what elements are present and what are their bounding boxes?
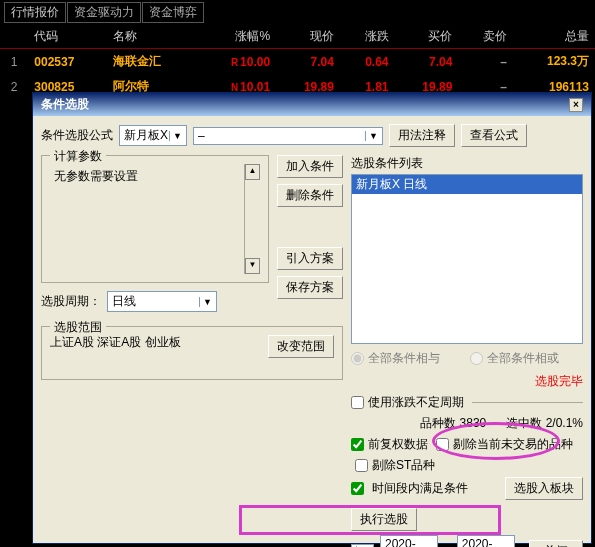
chevron-down-icon: ▼ (199, 297, 212, 307)
range-text: 上证A股 深证A股 创业板 (50, 335, 262, 351)
dialog-titlebar[interactable]: 条件选股 × (33, 93, 591, 116)
cell-idx: 2 (0, 74, 28, 99)
time-label: 时间段内满足条件 (372, 480, 468, 497)
cell-code: 002537 (28, 49, 107, 75)
range-group: 选股范围 上证A股 深证A股 创业板 改变范围 (41, 326, 343, 380)
stock-table: 代码 名称 涨幅% 现价 涨跌 买价 卖价 总量 1 002537 海联金汇 R… (0, 25, 595, 99)
tab-quotes[interactable]: 行情报价 (4, 2, 66, 23)
col-chg[interactable]: 涨幅% (198, 25, 276, 49)
view-formula-button[interactable]: 查看公式 (461, 124, 527, 147)
uncertain-period-checkbox[interactable] (351, 396, 364, 409)
cell-ask: – (458, 49, 513, 75)
calc-legend: 计算参数 (50, 148, 106, 165)
formula-sub: – (198, 129, 205, 143)
date-from-value: 2020-04-16 (385, 537, 420, 547)
cell-name: 海联金汇 (107, 49, 198, 75)
table-row[interactable]: 1 002537 海联金汇 R10.00 7.04 0.64 7.04 – 12… (0, 49, 595, 75)
cell-price: 7.04 (276, 49, 340, 75)
radio-or[interactable]: 全部条件相或 (470, 350, 559, 367)
chevron-down-icon: ▼ (365, 131, 378, 141)
prefix-n: N (231, 82, 238, 93)
col-diff[interactable]: 涨跌 (340, 25, 395, 49)
close-button[interactable]: 关闭 (529, 540, 583, 548)
st-checkbox[interactable] (355, 459, 368, 472)
execute-button[interactable]: 执行选股 (351, 508, 417, 531)
st-label: 剔除ST品种 (372, 457, 435, 474)
selected-label: 选中数 2/0.1% (506, 415, 583, 432)
col-price[interactable]: 现价 (276, 25, 340, 49)
fq-checkbox[interactable] (351, 438, 364, 451)
uncertain-period-label: 使用涨跌不定周期 (368, 394, 464, 411)
date-to-value: 2020-04-16 (462, 537, 497, 547)
save-scheme-button[interactable]: 保存方案 (277, 276, 343, 299)
chevron-down-icon: ▼ (169, 131, 182, 141)
import-scheme-button[interactable]: 引入方案 (277, 247, 343, 270)
cell-bid: 7.04 (395, 49, 459, 75)
radio-or-input[interactable] (470, 352, 483, 365)
period-select[interactable]: 日线 ▼ (107, 291, 217, 312)
dialog-title: 条件选股 (41, 96, 89, 113)
scrollbar[interactable]: ▲ ▼ (244, 164, 260, 274)
notrade-label: 剔除当前未交易的品种 (453, 436, 573, 453)
cell-chg: R10.00 (198, 49, 276, 75)
into-block-button[interactable]: 选股入板块 (505, 477, 583, 500)
tab-fund-game[interactable]: 资金博弈 (142, 2, 204, 23)
formula-label: 条件选股公式 (41, 127, 113, 144)
cell-diff: 0.64 (340, 49, 395, 75)
col-name[interactable]: 名称 (107, 25, 198, 49)
col-ask[interactable]: 卖价 (458, 25, 513, 49)
col-vol[interactable]: 总量 (513, 25, 595, 49)
list-item[interactable]: 新月板X 日线 (352, 175, 582, 194)
fq-label: 前复权数据 (368, 436, 428, 453)
formula-value: 新月板X (124, 127, 168, 144)
delete-condition-button[interactable]: 删除条件 (277, 184, 343, 207)
period-value: 日线 (112, 293, 136, 310)
cell-idx: 1 (0, 49, 28, 75)
tab-fund-drive[interactable]: 资金驱动力 (67, 2, 141, 23)
condition-listbox[interactable]: 新月板X 日线 (351, 174, 583, 344)
col-bid[interactable]: 买价 (395, 25, 459, 49)
close-icon[interactable]: × (569, 98, 583, 112)
prefix-r: R (231, 57, 238, 68)
notrade-checkbox[interactable] (436, 438, 449, 451)
radio-and-input[interactable] (351, 352, 364, 365)
col-code[interactable]: 代码 (28, 25, 107, 49)
top-tabs: 行情报价 资金驱动力 资金博弈 (0, 0, 595, 25)
usage-button[interactable]: 用法注释 (389, 124, 455, 147)
time-checkbox[interactable] (351, 482, 364, 495)
date-from-input[interactable]: 2020-04-16 ▼ (380, 535, 438, 547)
formula-select[interactable]: 新月板X ▼ (119, 125, 187, 146)
scroll-down-icon[interactable]: ▼ (245, 258, 260, 274)
cell-vol: 123.3万 (513, 49, 595, 75)
count-label: 品种数 3830 (420, 415, 486, 432)
calc-text: 无参数需要设置 (50, 164, 244, 274)
stock-filter-dialog: 条件选股 × 条件选股公式 新月板X ▼ – ▼ 用法注释 查看公式 计算 (32, 92, 592, 544)
radio-and[interactable]: 全部条件相与 (351, 350, 440, 367)
calc-params-group: 计算参数 无参数需要设置 ▲ ▼ (41, 155, 269, 283)
condition-list-label: 选股条件列表 (351, 155, 583, 172)
col-idx[interactable] (0, 25, 28, 49)
status-text: 选股完毕 (351, 373, 583, 390)
add-condition-button[interactable]: 加入条件 (277, 155, 343, 178)
separator (472, 402, 583, 403)
scroll-up-icon[interactable]: ▲ (245, 164, 260, 180)
range-legend: 选股范围 (50, 319, 106, 336)
period-label: 选股周期： (41, 293, 101, 310)
formula-sub-select[interactable]: – ▼ (193, 127, 383, 145)
change-range-button[interactable]: 改变范围 (268, 335, 334, 358)
date-to-input[interactable]: 2020-04-16 ▼ (457, 535, 515, 547)
